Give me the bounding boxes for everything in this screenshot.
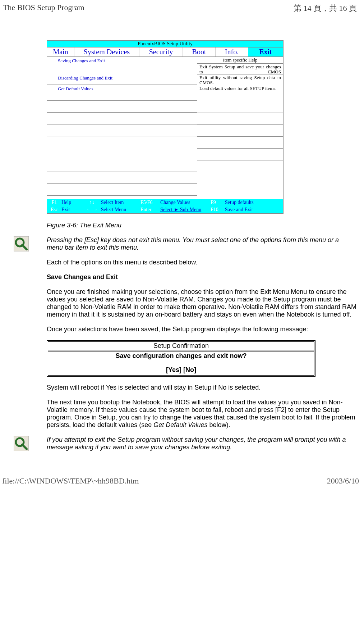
key-select-submenu: Select ► Sub-Menu	[160, 207, 211, 213]
empty-row	[47, 196, 197, 199]
key-f10: F10	[211, 207, 225, 213]
empty-row	[47, 124, 197, 136]
tab-exit[interactable]: Exit	[248, 47, 283, 56]
empty-row	[197, 149, 283, 160]
magnifier-icon	[14, 236, 29, 251]
empty-row	[47, 113, 197, 124]
tab-main[interactable]: Main	[47, 47, 74, 56]
bootup-note: The next time you bootup the Notebook, t…	[47, 399, 357, 429]
footer-path: file://C:\WINDOWS\TEMP\~hh98BD.htm	[2, 476, 139, 484]
empty-row	[47, 172, 197, 184]
intro-text: Each of the options on this menu is desc…	[47, 259, 357, 266]
confirm-options: [Yes] [No]	[48, 366, 314, 374]
heading-save-exit: Save Changes and Exit	[47, 273, 357, 281]
save-exit-msg-intro: Once your selections have been saved, th…	[47, 326, 357, 333]
help-text-discard: Exit utility without saving Setup data t…	[197, 74, 283, 85]
page-number: 第 14 頁，共 16 頁	[294, 3, 357, 14]
key-select-menu: Select Menu	[101, 207, 140, 213]
key-select-item: Select Item	[101, 200, 140, 205]
footer-date: 2003/6/10	[327, 476, 359, 484]
key-enter: Enter	[140, 207, 160, 213]
note-exit-prompt: If you attempt to exit the Setup program…	[47, 436, 357, 451]
empty-row	[47, 160, 197, 172]
note-esc: Pressing the [Esc] key does not exit thi…	[47, 236, 357, 251]
empty-row	[197, 125, 283, 137]
tab-system-devices[interactable]: System Devices	[74, 47, 139, 56]
tab-security[interactable]: Security	[139, 47, 183, 56]
exit-item-defaults[interactable]: Get Default Values	[47, 85, 197, 101]
key-f9: F9	[211, 200, 225, 205]
reboot-note: System will reboot if Yes is selected an…	[47, 384, 357, 391]
key-change-values: Change Values	[160, 200, 211, 205]
empty-row	[47, 148, 197, 160]
arrows-updown-icon: ↑↓	[83, 200, 101, 205]
key-esc: Esc	[47, 207, 61, 213]
key-exit: Exit	[61, 207, 83, 213]
exit-item-save[interactable]: Saving Changes and Exit	[47, 57, 197, 74]
tab-boot[interactable]: Boot	[183, 47, 216, 56]
key-save-exit: Save and Exit	[225, 207, 253, 213]
bios-utility-title: PhoenixBIOS Setup Utility	[47, 41, 283, 47]
help-header: Item specific Help	[197, 57, 283, 64]
empty-row	[47, 136, 197, 148]
empty-row	[197, 184, 283, 196]
save-exit-desc: Once you are finished making your select…	[47, 288, 357, 318]
empty-row	[47, 184, 197, 196]
empty-row	[197, 101, 283, 113]
tab-info[interactable]: Info.	[216, 47, 248, 56]
key-help: Help	[61, 200, 83, 205]
page-title: The BIOS Setup Program	[3, 3, 84, 14]
confirm-title: Setup Confirmation	[48, 342, 314, 351]
bios-tab-bar: Main System Devices Security Boot Info. …	[47, 47, 283, 57]
bios-footer: F1 Help ↑↓ Select Item F5/F6 Change Valu…	[47, 199, 283, 213]
confirm-question: Save configuration changes and exit now?	[48, 352, 314, 360]
empty-row	[197, 137, 283, 149]
empty-row	[197, 113, 283, 125]
empty-row	[47, 101, 197, 113]
figure-caption: Figure 3-6: The Exit Menu	[47, 222, 357, 229]
key-f5f6: F5/F6	[140, 200, 160, 205]
empty-row	[197, 160, 283, 172]
magnifier-icon	[14, 436, 29, 451]
bios-screenshot: PhoenixBIOS Setup Utility Main System De…	[47, 40, 284, 214]
empty-row	[197, 196, 283, 199]
setup-confirmation-box: Setup Confirmation Save configuration ch…	[47, 340, 315, 377]
key-setup-defaults: Setup defaults	[225, 200, 254, 205]
exit-item-discard[interactable]: Discarding Changes and Exit	[47, 74, 197, 85]
help-text-save: Exit System Setup and save your changes …	[197, 64, 283, 74]
arrows-leftright-icon: ← →	[83, 207, 101, 213]
help-text-defaults: Load default values for all SETUP items.	[197, 85, 283, 101]
empty-row	[197, 172, 283, 184]
key-f1: F1	[47, 200, 61, 205]
